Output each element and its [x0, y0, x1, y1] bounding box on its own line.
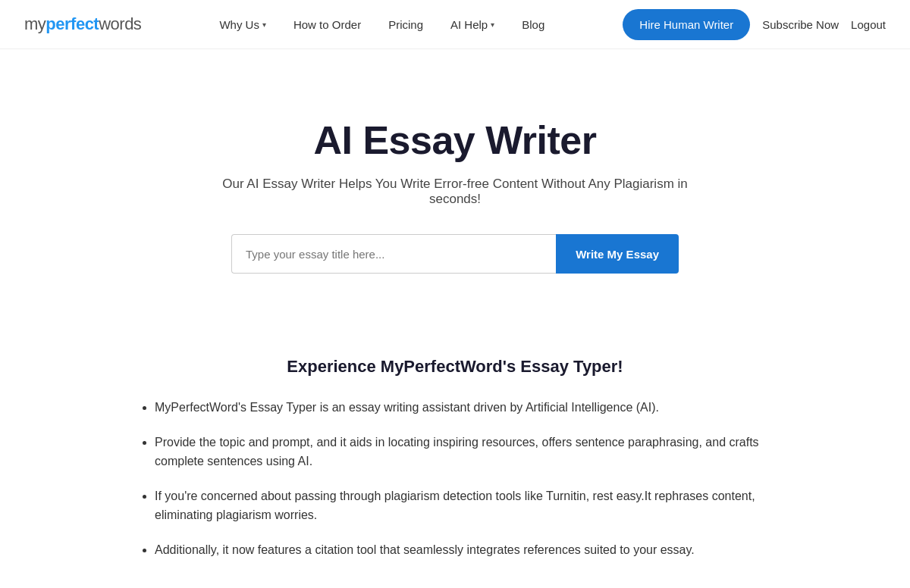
- nav-link-ai-help[interactable]: AI Help ▾: [437, 11, 508, 39]
- list-item: Additionally, it now features a citation…: [155, 540, 774, 560]
- features-list: MyPerfectWord's Essay Typer is an essay …: [136, 398, 774, 560]
- nav-item-ai-help[interactable]: AI Help ▾: [437, 11, 508, 39]
- list-item: If you're concerned about passing throug…: [155, 486, 774, 525]
- chevron-down-icon: ▾: [491, 20, 494, 29]
- nav-item-blog[interactable]: Blog: [508, 11, 558, 39]
- chevron-down-icon: ▾: [262, 20, 266, 29]
- nav-link-why-us[interactable]: Why Us ▾: [206, 11, 280, 39]
- hero-subtitle: Our AI Essay Writer Helps You Write Erro…: [212, 177, 698, 207]
- essay-title-input[interactable]: [231, 234, 556, 274]
- nav-actions: Hire Human Writer Subscribe Now Logout: [623, 9, 886, 40]
- nav-link-blog[interactable]: Blog: [508, 11, 558, 39]
- nav-label-how-to-order: How to Order: [293, 18, 361, 31]
- list-item: Provide the topic and prompt, and it aid…: [155, 433, 774, 471]
- features-section: Experience MyPerfectWord's Essay Typer! …: [0, 319, 910, 588]
- nav-link-pricing[interactable]: Pricing: [375, 11, 437, 39]
- logout-button[interactable]: Logout: [851, 18, 886, 31]
- list-item: MyPerfectWord's Essay Typer is an essay …: [155, 398, 774, 418]
- navbar: myperfectwords Why Us ▾ How to Order Pri…: [0, 0, 910, 49]
- subscribe-now-button[interactable]: Subscribe Now: [762, 18, 839, 31]
- features-title: Experience MyPerfectWord's Essay Typer!: [136, 357, 774, 377]
- logo-perfect: perfect: [46, 14, 99, 34]
- nav-links: Why Us ▾ How to Order Pricing AI Help ▾ …: [206, 11, 558, 39]
- write-my-essay-button[interactable]: Write My Essay: [556, 234, 679, 274]
- nav-item-how-to-order[interactable]: How to Order: [280, 11, 375, 39]
- hero-section: AI Essay Writer Our AI Essay Writer Help…: [0, 49, 910, 319]
- site-logo[interactable]: myperfectwords: [24, 14, 141, 34]
- nav-label-why-us: Why Us: [219, 18, 259, 31]
- hero-title: AI Essay Writer: [313, 117, 596, 163]
- nav-label-ai-help: AI Help: [450, 18, 488, 31]
- nav-label-pricing: Pricing: [388, 18, 423, 31]
- nav-link-how-to-order[interactable]: How to Order: [280, 11, 375, 39]
- hire-human-writer-button[interactable]: Hire Human Writer: [623, 9, 750, 40]
- logo-my: my: [24, 14, 46, 34]
- essay-search-bar: Write My Essay: [231, 234, 679, 274]
- nav-item-pricing[interactable]: Pricing: [375, 11, 437, 39]
- nav-item-why-us[interactable]: Why Us ▾: [206, 11, 280, 39]
- nav-label-blog: Blog: [522, 18, 544, 31]
- logo-words: words: [99, 14, 141, 34]
